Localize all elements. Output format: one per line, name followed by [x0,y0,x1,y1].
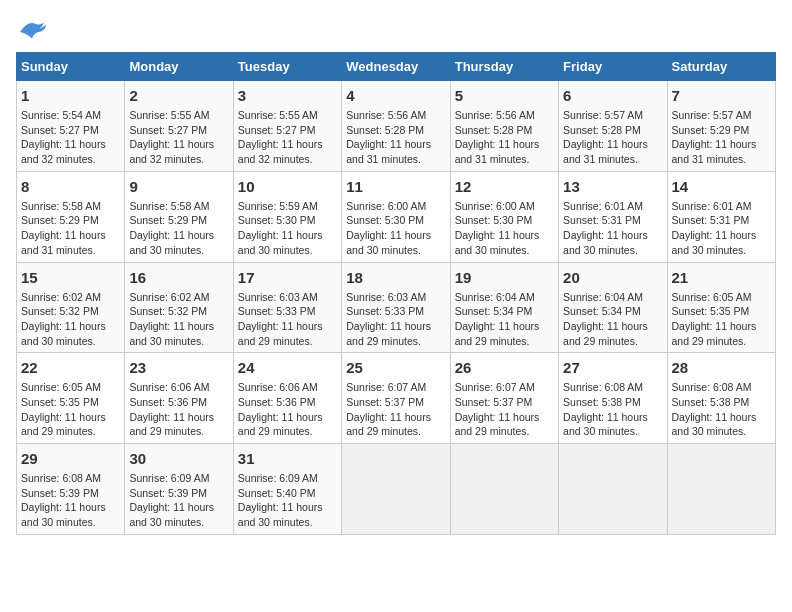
day-info: Sunrise: 5:56 AMSunset: 5:28 PMDaylight:… [455,108,554,167]
calendar-day-cell: 26Sunrise: 6:07 AMSunset: 5:37 PMDayligh… [450,353,558,444]
header-day-wednesday: Wednesday [342,53,450,81]
day-info: Sunrise: 6:05 AMSunset: 5:35 PMDaylight:… [21,380,120,439]
calendar-day-cell: 12Sunrise: 6:00 AMSunset: 5:30 PMDayligh… [450,171,558,262]
calendar-day-cell: 14Sunrise: 6:01 AMSunset: 5:31 PMDayligh… [667,171,775,262]
header-row: SundayMondayTuesdayWednesdayThursdayFrid… [17,53,776,81]
calendar-day-cell: 27Sunrise: 6:08 AMSunset: 5:38 PMDayligh… [559,353,667,444]
day-info: Sunrise: 6:02 AMSunset: 5:32 PMDaylight:… [21,290,120,349]
day-number: 27 [563,357,662,378]
page-header [16,16,776,44]
day-info: Sunrise: 5:56 AMSunset: 5:28 PMDaylight:… [346,108,445,167]
day-number: 10 [238,176,337,197]
day-info: Sunrise: 6:02 AMSunset: 5:32 PMDaylight:… [129,290,228,349]
day-number: 25 [346,357,445,378]
header-day-monday: Monday [125,53,233,81]
calendar-day-cell: 18Sunrise: 6:03 AMSunset: 5:33 PMDayligh… [342,262,450,353]
calendar-week-row: 15Sunrise: 6:02 AMSunset: 5:32 PMDayligh… [17,262,776,353]
day-number: 7 [672,85,771,106]
day-info: Sunrise: 6:06 AMSunset: 5:36 PMDaylight:… [238,380,337,439]
day-number: 5 [455,85,554,106]
day-number: 23 [129,357,228,378]
calendar-week-row: 29Sunrise: 6:08 AMSunset: 5:39 PMDayligh… [17,444,776,535]
day-info: Sunrise: 6:08 AMSunset: 5:38 PMDaylight:… [563,380,662,439]
calendar-day-cell: 23Sunrise: 6:06 AMSunset: 5:36 PMDayligh… [125,353,233,444]
day-number: 15 [21,267,120,288]
calendar-day-cell: 24Sunrise: 6:06 AMSunset: 5:36 PMDayligh… [233,353,341,444]
day-number: 29 [21,448,120,469]
day-info: Sunrise: 6:00 AMSunset: 5:30 PMDaylight:… [346,199,445,258]
calendar-day-cell: 4Sunrise: 5:56 AMSunset: 5:28 PMDaylight… [342,81,450,172]
day-number: 31 [238,448,337,469]
calendar-day-cell: 6Sunrise: 5:57 AMSunset: 5:28 PMDaylight… [559,81,667,172]
calendar-day-cell: 11Sunrise: 6:00 AMSunset: 5:30 PMDayligh… [342,171,450,262]
day-info: Sunrise: 6:03 AMSunset: 5:33 PMDaylight:… [346,290,445,349]
calendar-day-cell [667,444,775,535]
day-number: 22 [21,357,120,378]
day-number: 21 [672,267,771,288]
day-info: Sunrise: 5:57 AMSunset: 5:29 PMDaylight:… [672,108,771,167]
calendar-day-cell [342,444,450,535]
day-info: Sunrise: 6:09 AMSunset: 5:39 PMDaylight:… [129,471,228,530]
day-info: Sunrise: 6:01 AMSunset: 5:31 PMDaylight:… [563,199,662,258]
day-info: Sunrise: 5:55 AMSunset: 5:27 PMDaylight:… [238,108,337,167]
day-info: Sunrise: 5:54 AMSunset: 5:27 PMDaylight:… [21,108,120,167]
calendar-day-cell: 1Sunrise: 5:54 AMSunset: 5:27 PMDaylight… [17,81,125,172]
calendar-day-cell: 21Sunrise: 6:05 AMSunset: 5:35 PMDayligh… [667,262,775,353]
calendar-table: SundayMondayTuesdayWednesdayThursdayFrid… [16,52,776,535]
day-number: 9 [129,176,228,197]
calendar-week-row: 1Sunrise: 5:54 AMSunset: 5:27 PMDaylight… [17,81,776,172]
header-day-thursday: Thursday [450,53,558,81]
logo-icon [16,16,48,44]
day-number: 3 [238,85,337,106]
calendar-day-cell: 25Sunrise: 6:07 AMSunset: 5:37 PMDayligh… [342,353,450,444]
day-number: 6 [563,85,662,106]
day-number: 24 [238,357,337,378]
day-number: 19 [455,267,554,288]
day-info: Sunrise: 6:08 AMSunset: 5:39 PMDaylight:… [21,471,120,530]
day-info: Sunrise: 6:06 AMSunset: 5:36 PMDaylight:… [129,380,228,439]
header-day-saturday: Saturday [667,53,775,81]
calendar-day-cell: 7Sunrise: 5:57 AMSunset: 5:29 PMDaylight… [667,81,775,172]
day-info: Sunrise: 6:05 AMSunset: 5:35 PMDaylight:… [672,290,771,349]
header-day-friday: Friday [559,53,667,81]
calendar-day-cell: 17Sunrise: 6:03 AMSunset: 5:33 PMDayligh… [233,262,341,353]
calendar-day-cell: 9Sunrise: 5:58 AMSunset: 5:29 PMDaylight… [125,171,233,262]
day-number: 18 [346,267,445,288]
calendar-day-cell: 22Sunrise: 6:05 AMSunset: 5:35 PMDayligh… [17,353,125,444]
day-number: 12 [455,176,554,197]
day-number: 28 [672,357,771,378]
calendar-day-cell: 3Sunrise: 5:55 AMSunset: 5:27 PMDaylight… [233,81,341,172]
day-info: Sunrise: 6:01 AMSunset: 5:31 PMDaylight:… [672,199,771,258]
day-info: Sunrise: 6:00 AMSunset: 5:30 PMDaylight:… [455,199,554,258]
calendar-day-cell: 15Sunrise: 6:02 AMSunset: 5:32 PMDayligh… [17,262,125,353]
day-info: Sunrise: 5:57 AMSunset: 5:28 PMDaylight:… [563,108,662,167]
day-info: Sunrise: 5:58 AMSunset: 5:29 PMDaylight:… [21,199,120,258]
day-number: 1 [21,85,120,106]
day-number: 8 [21,176,120,197]
calendar-day-cell: 2Sunrise: 5:55 AMSunset: 5:27 PMDaylight… [125,81,233,172]
day-number: 2 [129,85,228,106]
calendar-day-cell: 20Sunrise: 6:04 AMSunset: 5:34 PMDayligh… [559,262,667,353]
day-number: 16 [129,267,228,288]
day-info: Sunrise: 6:04 AMSunset: 5:34 PMDaylight:… [455,290,554,349]
calendar-day-cell [450,444,558,535]
day-info: Sunrise: 5:58 AMSunset: 5:29 PMDaylight:… [129,199,228,258]
day-number: 13 [563,176,662,197]
day-info: Sunrise: 5:55 AMSunset: 5:27 PMDaylight:… [129,108,228,167]
header-day-tuesday: Tuesday [233,53,341,81]
calendar-week-row: 22Sunrise: 6:05 AMSunset: 5:35 PMDayligh… [17,353,776,444]
day-info: Sunrise: 6:04 AMSunset: 5:34 PMDaylight:… [563,290,662,349]
calendar-day-cell: 31Sunrise: 6:09 AMSunset: 5:40 PMDayligh… [233,444,341,535]
calendar-day-cell: 13Sunrise: 6:01 AMSunset: 5:31 PMDayligh… [559,171,667,262]
calendar-day-cell: 19Sunrise: 6:04 AMSunset: 5:34 PMDayligh… [450,262,558,353]
day-info: Sunrise: 6:07 AMSunset: 5:37 PMDaylight:… [346,380,445,439]
calendar-day-cell: 5Sunrise: 5:56 AMSunset: 5:28 PMDaylight… [450,81,558,172]
day-number: 11 [346,176,445,197]
calendar-day-cell: 30Sunrise: 6:09 AMSunset: 5:39 PMDayligh… [125,444,233,535]
day-info: Sunrise: 6:03 AMSunset: 5:33 PMDaylight:… [238,290,337,349]
day-info: Sunrise: 6:09 AMSunset: 5:40 PMDaylight:… [238,471,337,530]
day-info: Sunrise: 5:59 AMSunset: 5:30 PMDaylight:… [238,199,337,258]
header-day-sunday: Sunday [17,53,125,81]
day-number: 26 [455,357,554,378]
calendar-day-cell [559,444,667,535]
